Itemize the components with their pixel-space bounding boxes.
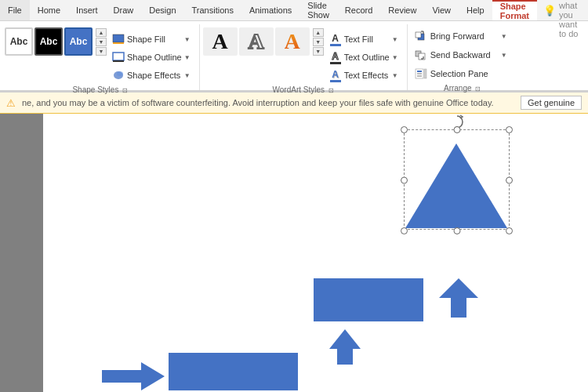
handle-bl[interactable] <box>401 227 408 234</box>
get-genuine-btn[interactable]: Get genuine <box>521 96 582 110</box>
slide-panel <box>0 114 43 392</box>
wordart-a-black: A <box>212 29 228 54</box>
ribbon-body: Abc Abc Abc ▲ ▼ ▼ <box>0 21 588 92</box>
wordart-orange-btn[interactable]: A <box>275 27 310 56</box>
tab-shape-format[interactable]: Shape Format <box>492 0 537 20</box>
svg-rect-0 <box>113 34 124 42</box>
tab-design[interactable]: Design <box>141 0 183 20</box>
shape-effects-btn[interactable]: Shape Effects ▼ <box>108 67 196 84</box>
wordart-content: A A A ▲ ▼ ▼ <box>203 24 404 84</box>
tab-view[interactable]: View <box>424 0 459 20</box>
shape-style-black[interactable]: Abc <box>34 27 63 56</box>
warning-icon: ⚠ <box>6 97 16 109</box>
wordart-scroll-more[interactable]: ▼ <box>313 47 324 56</box>
text-effects-label: Text Effects <box>344 71 389 80</box>
bring-forward-btn[interactable]: Bring Forward ▼ <box>411 27 514 45</box>
wordart-expand-icon[interactable]: ⊡ <box>328 87 334 94</box>
svg-rect-13 <box>417 75 422 77</box>
text-fill-icon: A <box>329 33 342 45</box>
shape-fill-btn[interactable]: Shape Fill ▼ <box>108 31 196 48</box>
text-outline-label: Text Outline <box>344 53 390 62</box>
text-fill-btn[interactable]: A Text Fill ▼ <box>325 31 404 48</box>
tab-transitions[interactable]: Transitions <box>184 0 241 20</box>
bring-forward-arrow: ▼ <box>501 33 507 40</box>
arrow-up-right[interactable] <box>435 259 482 319</box>
scroll-down-btn[interactable]: ▼ <box>96 38 107 46</box>
ribbon: File Home Insert Draw Design Transitions… <box>0 0 588 93</box>
text-effects-icon: A <box>329 69 342 82</box>
tab-review[interactable]: Review <box>380 0 424 20</box>
shape-styles-expand-icon[interactable]: ⊡ <box>122 87 128 94</box>
shape-style-blue[interactable]: Abc <box>64 27 93 56</box>
tab-home[interactable]: Home <box>30 0 68 20</box>
rect-bottom[interactable] <box>169 353 298 390</box>
tab-record[interactable]: Record <box>337 0 380 20</box>
svg-rect-12 <box>417 73 422 74</box>
search-area: 💡 Tell me what you want to do <box>537 0 588 20</box>
text-effects-btn[interactable]: A Text Effects ▼ <box>325 67 404 84</box>
bring-forward-icon <box>415 30 427 42</box>
svg-rect-3 <box>113 60 124 62</box>
wordart-scroll-up[interactable]: ▲ <box>313 28 324 37</box>
wordart-scroll-down[interactable]: ▼ <box>313 38 324 46</box>
notification-text: ne, and you may be a victim of software … <box>22 98 514 107</box>
svg-rect-1 <box>113 42 124 44</box>
svg-marker-16 <box>329 329 361 365</box>
tab-help[interactable]: Help <box>459 0 492 20</box>
wordart-group-label: WordArt Styles ⊡ <box>203 84 404 96</box>
shape-fill-icon <box>112 33 125 45</box>
shape-style-white[interactable]: Abc <box>5 27 33 56</box>
search-label[interactable]: Tell me what you want to do <box>559 0 582 38</box>
triangle-selection[interactable] <box>404 129 510 231</box>
triangle-shape[interactable] <box>405 143 507 228</box>
selection-pane-btn[interactable]: Selection Pane <box>411 65 514 82</box>
rect-center[interactable] <box>314 278 423 321</box>
text-outline-arrow: ▼ <box>392 54 398 61</box>
handle-tl[interactable] <box>401 126 408 133</box>
wordart-scroll: ▲ ▼ ▼ <box>313 28 324 56</box>
shape-outline-arrow: ▼ <box>184 54 191 61</box>
svg-point-5 <box>117 71 123 76</box>
handle-tr[interactable] <box>506 126 513 133</box>
text-fill-arrow: ▼ <box>392 36 398 43</box>
wordart-outline-btn[interactable]: A <box>239 27 274 56</box>
send-backward-label: Send Backward <box>430 50 491 60</box>
tab-file[interactable]: File <box>0 0 30 20</box>
svg-marker-15 <box>439 278 478 318</box>
selection-pane-label: Selection Pane <box>430 69 488 78</box>
handle-bm[interactable] <box>453 227 460 234</box>
wordart-group: A A A ▲ ▼ ▼ <box>200 24 408 90</box>
tab-draw[interactable]: Draw <box>106 0 142 20</box>
shape-styles-content: Abc Abc Abc ▲ ▼ ▼ <box>5 24 196 84</box>
slide-canvas[interactable] <box>43 114 588 392</box>
text-outline-btn[interactable]: A Text Outline ▼ <box>325 49 404 66</box>
shape-fill-arrow: ▼ <box>184 36 191 43</box>
shape-effects-label: Shape Effects <box>127 71 180 80</box>
handle-br[interactable] <box>506 227 513 234</box>
handle-ml[interactable] <box>401 177 408 184</box>
scroll-more-btn[interactable]: ▼ <box>96 47 107 56</box>
text-effects-arrow: ▼ <box>392 72 398 79</box>
wordart-black-btn[interactable]: A <box>203 27 238 56</box>
text-options: A Text Fill ▼ A <box>325 27 404 84</box>
svg-rect-11 <box>417 71 422 72</box>
arrow-up-small[interactable] <box>325 318 365 366</box>
bring-forward-label: Bring Forward <box>430 31 485 41</box>
lightbulb-icon: 💡 <box>543 5 556 16</box>
shape-effects-icon <box>112 69 125 82</box>
tab-insert[interactable]: Insert <box>68 0 106 20</box>
shape-outline-btn[interactable]: Shape Outline ▼ <box>108 49 196 66</box>
scroll-up-btn[interactable]: ▲ <box>96 28 107 37</box>
text-outline-icon: A <box>329 51 342 64</box>
handle-mr[interactable] <box>506 177 513 184</box>
handle-tm[interactable] <box>453 126 460 133</box>
shape-outline-icon <box>112 51 125 64</box>
tab-animations[interactable]: Animations <box>241 0 299 20</box>
arrange-expand-icon[interactable]: ⊡ <box>475 85 481 93</box>
send-backward-btn[interactable]: Send Backward ▼ <box>411 46 514 64</box>
tab-slideshow[interactable]: Slide Show <box>299 0 337 20</box>
svg-rect-7 <box>416 32 421 38</box>
arrow-right[interactable] <box>102 361 165 392</box>
shape-effects-arrow: ▼ <box>184 72 191 79</box>
shape-options: Shape Fill ▼ Shape Outline ▼ <box>108 27 196 84</box>
